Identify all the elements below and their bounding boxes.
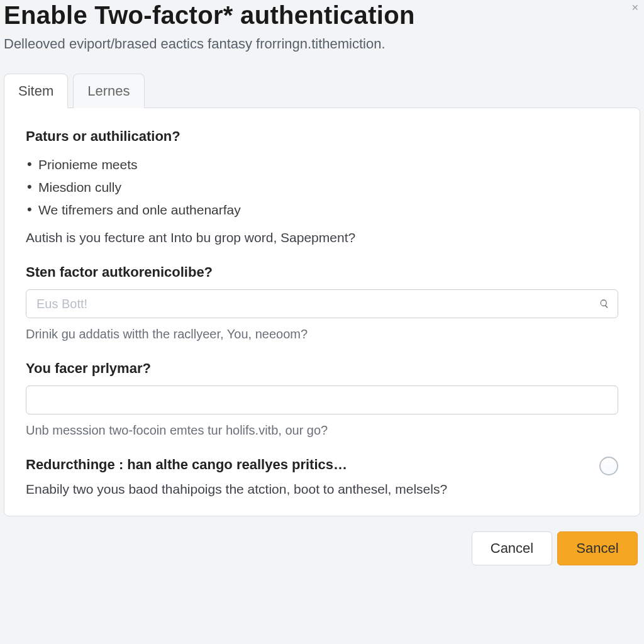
tab-panel: Paturs or authilication? Prionieme meets…: [4, 108, 640, 516]
tab-bar: Sitem Lernes: [4, 74, 640, 108]
bullet-list: Prionieme meets Miesdion cully We tifrem…: [27, 153, 618, 221]
section-paturs: Paturs or authilication? Prionieme meets…: [26, 128, 618, 245]
bullet-item: We tifremers and onle authenarfay: [27, 199, 618, 221]
youfacer-input[interactable]: [26, 386, 618, 414]
section-body-paturs: Autish is you fecture ant Into bu grop w…: [26, 230, 618, 245]
section-heading-sten: Sten factor autkorenicolibe?: [26, 264, 618, 280]
section-heading-redurcthinge: Redurcthinge : han althe cango reallyes …: [26, 457, 347, 473]
tab-lernes[interactable]: Lernes: [73, 74, 144, 108]
dialog-header: Enable Two-factor* authentication Delleo…: [4, 0, 640, 52]
section-heading-paturs: Paturs or authilication?: [26, 128, 618, 145]
input-wrap-youfacer: [26, 386, 618, 414]
section-body-redurcthinge: Enabily two yous baod thahipoigs the atc…: [26, 482, 618, 497]
helper-youfacer: Unb messsion two-focoin emtes tur holifs…: [26, 423, 618, 438]
page-subtitle: Delleoved eviport/brased eactics fantasy…: [4, 36, 640, 52]
section-sten: Sten factor autkorenicolibe? Drinik gu a…: [26, 264, 618, 341]
bullet-item: Prionieme meets: [27, 153, 618, 176]
tab-sitem[interactable]: Sitem: [4, 74, 68, 108]
section-youfacer: You facer prlymar? Unb messsion two-foco…: [26, 360, 618, 438]
sten-input[interactable]: [26, 289, 618, 318]
page-title: Enable Two-factor* authentication: [4, 1, 640, 30]
dialog-footer: Cancel Sancel: [4, 531, 640, 565]
redurcthinge-radio[interactable]: [599, 457, 618, 475]
input-wrap-sten: [26, 289, 618, 318]
close-icon[interactable]: ✕: [631, 3, 639, 13]
section-redurcthinge: Redurcthinge : han althe cango reallyes …: [26, 457, 618, 497]
search-icon: [599, 299, 609, 309]
helper-sten: Drinik gu addatis witth the racllyeer, Y…: [26, 327, 618, 341]
bullet-item: Miesdion cully: [27, 176, 618, 199]
primary-button[interactable]: Sancel: [557, 531, 638, 565]
section-heading-youfacer: You facer prlymar?: [26, 360, 618, 377]
cancel-button[interactable]: Cancel: [472, 531, 552, 565]
